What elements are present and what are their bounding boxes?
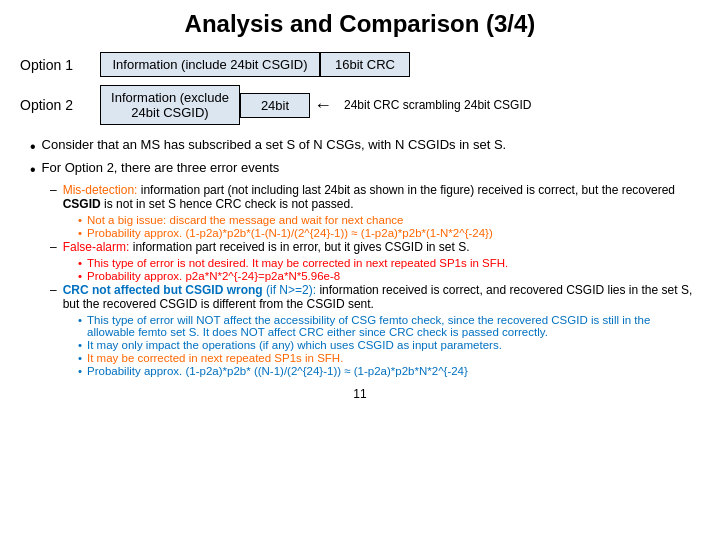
arrow-icon: ← bbox=[314, 95, 332, 116]
falsealarm-text: False-alarm: information part received i… bbox=[63, 240, 470, 254]
option2-crc-label: 24bit CRC scrambling 24bit CSGID bbox=[344, 98, 531, 112]
sub-section: – Mis-detection: information part (not i… bbox=[50, 183, 700, 377]
option2-bit-box: 24bit bbox=[240, 93, 310, 118]
crcwrong-title: CRC not affected but CSGID wrong bbox=[63, 283, 263, 297]
page-title: Analysis and Comparison (3/4) bbox=[20, 10, 700, 38]
main-bullet-1-text: Consider that an MS has subscribed a set… bbox=[42, 137, 507, 152]
dash-icon-1: – bbox=[50, 183, 57, 197]
crcwrong-sub1: • This type of error will NOT affect the… bbox=[78, 314, 700, 338]
falsealarm-sub1: • This type of error is not desired. It … bbox=[78, 257, 700, 269]
option1-label: Option 1 bbox=[20, 57, 100, 73]
falsealarm-body: information part received is in error, b… bbox=[133, 240, 470, 254]
falsealarm-sub2: • Probability approx. p2a*N*2^{-24}=p2a*… bbox=[78, 270, 700, 282]
page-number: 11 bbox=[20, 387, 700, 401]
bullet-section: • Consider that an MS has subscribed a s… bbox=[30, 137, 700, 377]
crcwrong-condition: (if N>=2): bbox=[266, 283, 316, 297]
option1-info-box: Information (include 24bit CSGID) bbox=[100, 52, 320, 77]
crcwrong-text: CRC not affected but CSGID wrong (if N>=… bbox=[63, 283, 700, 311]
main-bullet-1: • Consider that an MS has subscribed a s… bbox=[30, 137, 700, 158]
bullet-icon-2: • bbox=[30, 160, 36, 181]
crcwrong-sub4: • Probability approx. (1-p2a)*p2b* ((N-1… bbox=[78, 365, 700, 377]
dash-icon-2: – bbox=[50, 240, 57, 254]
option2-info-box: Information (exclude 24bit CSGID) bbox=[100, 85, 240, 125]
misdetection-text: Mis-detection: information part (not inc… bbox=[63, 183, 700, 211]
falsealarm-title: False-alarm: bbox=[63, 240, 130, 254]
options-section: Option 1 Information (include 24bit CSGI… bbox=[20, 52, 700, 125]
dash-item-misdetection: – Mis-detection: information part (not i… bbox=[50, 183, 700, 211]
main-bullet-2-text: For Option 2, there are three error even… bbox=[42, 160, 280, 175]
dash-icon-3: – bbox=[50, 283, 57, 297]
dash-item-crcwrong: – CRC not affected but CSGID wrong (if N… bbox=[50, 283, 700, 311]
main-bullet-2: • For Option 2, there are three error ev… bbox=[30, 160, 700, 181]
crcwrong-sub2: • It may only impact the operations (if … bbox=[78, 339, 700, 351]
misdetection-sub2: • Probability approx. (1-p2a)*p2b*(1-(N-… bbox=[78, 227, 700, 239]
option2-row: Option 2 Information (exclude 24bit CSGI… bbox=[20, 85, 700, 125]
misdetection-body: information part (not including last 24b… bbox=[63, 183, 675, 211]
misdetection-title: Mis-detection: bbox=[63, 183, 138, 197]
option2-label: Option 2 bbox=[20, 97, 100, 113]
dash-item-falsealarm: – False-alarm: information part received… bbox=[50, 240, 700, 254]
crcwrong-sub3: • It may be corrected in next repeated S… bbox=[78, 352, 700, 364]
misdetection-sub1: • Not a big issue: discard the message a… bbox=[78, 214, 700, 226]
option1-crc-box: 16bit CRC bbox=[320, 52, 410, 77]
option1-row: Option 1 Information (include 24bit CSGI… bbox=[20, 52, 700, 77]
bullet-icon-1: • bbox=[30, 137, 36, 158]
